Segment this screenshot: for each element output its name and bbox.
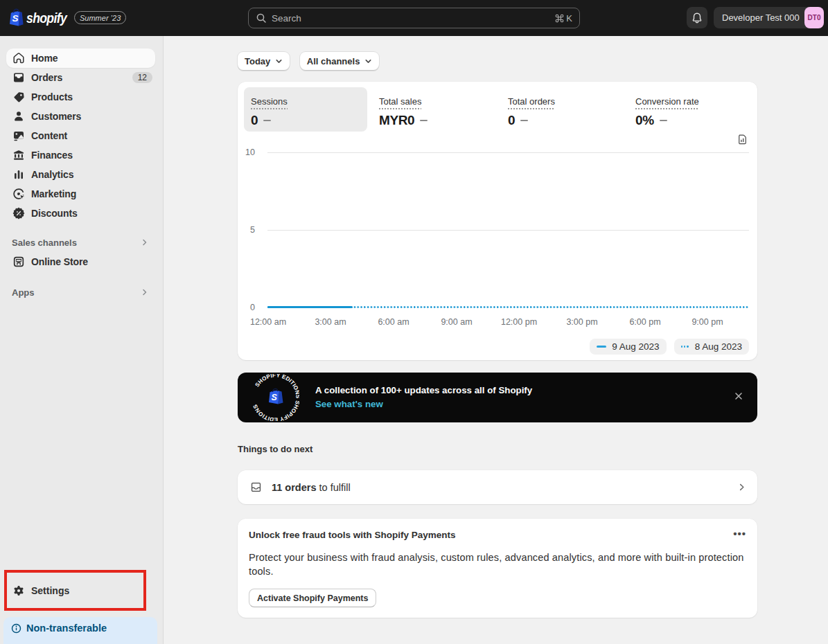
svg-text:S: S xyxy=(271,393,277,402)
svg-text:S: S xyxy=(12,13,19,24)
